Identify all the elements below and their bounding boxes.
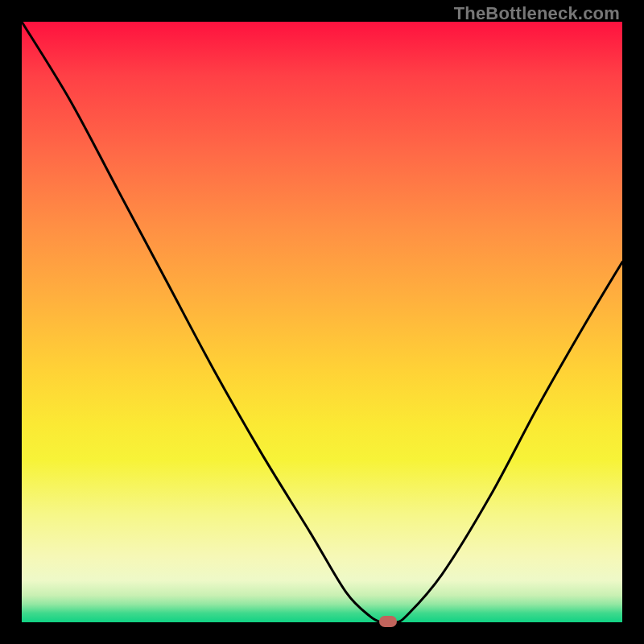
bottleneck-curve [22, 22, 622, 622]
curve-path [22, 22, 622, 623]
chart-min-marker [379, 616, 397, 627]
watermark-text: TheBottleneck.com [454, 3, 620, 24]
chart-frame: TheBottleneck.com [0, 0, 644, 644]
